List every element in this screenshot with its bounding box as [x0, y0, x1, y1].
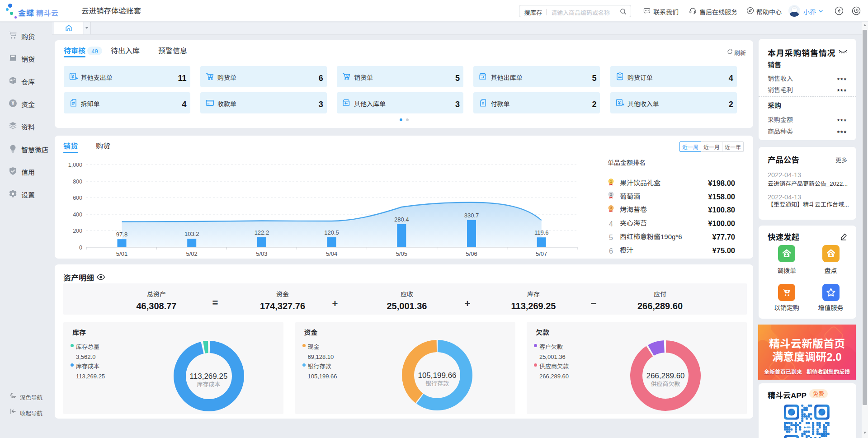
svg-text:3: 3 [610, 206, 612, 210]
svg-text:400: 400 [73, 212, 82, 218]
svg-text:2: 2 [610, 192, 612, 197]
svg-text:5/03: 5/03 [256, 250, 267, 257]
svg-text:0: 0 [79, 245, 82, 251]
svg-text:600: 600 [73, 195, 82, 201]
svg-text:119.6: 119.6 [534, 229, 549, 236]
svg-text:¥: ¥ [11, 100, 14, 106]
svg-text:5/07: 5/07 [536, 250, 547, 257]
svg-text:120.5: 120.5 [324, 229, 339, 236]
svg-text:5/02: 5/02 [186, 250, 198, 257]
svg-text:280.4: 280.4 [394, 216, 409, 223]
svg-text:97.8: 97.8 [116, 231, 127, 238]
svg-text:800: 800 [73, 179, 82, 185]
svg-text:1,000: 1,000 [68, 162, 82, 168]
svg-text:5/05: 5/05 [396, 250, 407, 257]
svg-text:330.7: 330.7 [464, 212, 479, 219]
svg-text:122.2: 122.2 [255, 229, 269, 236]
svg-text:5/06: 5/06 [466, 250, 477, 257]
svg-text:200: 200 [73, 228, 82, 234]
svg-text:5/01: 5/01 [116, 250, 127, 257]
svg-text:1: 1 [610, 179, 612, 184]
svg-text:5/04: 5/04 [326, 250, 337, 257]
svg-text:103.2: 103.2 [184, 231, 199, 237]
